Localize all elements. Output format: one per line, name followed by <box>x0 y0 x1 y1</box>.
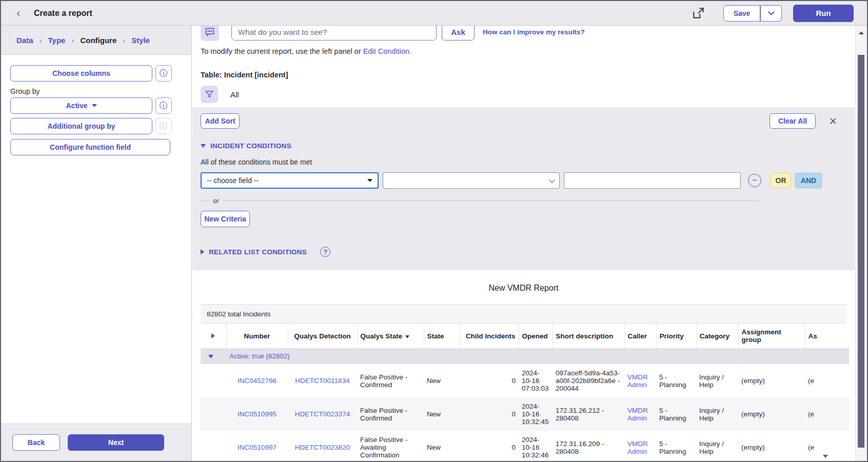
modify-hint: To modify the current report, use the le… <box>201 47 855 55</box>
operator-select[interactable] <box>383 172 560 189</box>
table-header-row: Number Qualys Detection Qualys State Sta… <box>201 324 849 348</box>
scrollbar-thumb[interactable] <box>858 55 864 448</box>
detection-link[interactable]: HDETCT0023374 <box>295 410 350 418</box>
chevron-down-icon <box>549 177 555 183</box>
scroll-down-icon[interactable] <box>823 455 828 458</box>
state-cell: New <box>424 364 460 397</box>
assignment-group-cell: (empty) <box>738 364 805 397</box>
assignment-group-cell: (empty) <box>738 431 805 461</box>
col-opened[interactable]: Opened <box>519 324 553 348</box>
table-row[interactable]: INC0510995 HDETCT0023374 False Positive … <box>201 397 849 431</box>
next-button[interactable]: Next <box>68 434 164 451</box>
close-icon[interactable]: ✕ <box>829 115 837 127</box>
ask-input[interactable] <box>231 26 437 41</box>
assigned-to-cell: (e <box>805 364 849 397</box>
caller-link[interactable]: VMDR Admin <box>627 373 648 389</box>
group-by-info-icon[interactable]: ⓘ <box>155 97 172 114</box>
breadcrumb-step-data[interactable]: Data <box>16 36 33 45</box>
group-row[interactable]: Active: true (82802) <box>201 348 849 364</box>
run-button[interactable]: Run <box>793 5 854 22</box>
incident-number-link[interactable]: INC0452796 <box>238 377 277 385</box>
assigned-to-cell: (e <box>805 397 849 431</box>
group-row-label[interactable]: Active: true (82802) <box>229 352 290 360</box>
related-list-conditions-label: RELATED LIST CONDITIONS <box>209 248 307 256</box>
save-dropdown-button[interactable] <box>760 5 782 22</box>
expand-all-icon[interactable] <box>211 333 215 338</box>
incident-conditions-header[interactable]: INCIDENT CONDITIONS <box>201 142 846 150</box>
filter-icon[interactable] <box>201 86 218 103</box>
opened-cell: 2024-10-16 10:32:46 <box>519 431 553 461</box>
incident-number-link[interactable]: INC0510995 <box>238 410 277 418</box>
breadcrumb-step-configure[interactable]: Configure <box>80 36 116 45</box>
sort-descending-icon <box>405 335 409 338</box>
breadcrumb-step-type[interactable]: Type <box>48 36 66 45</box>
group-by-dropdown[interactable]: Active <box>10 97 152 114</box>
related-list-conditions-header[interactable]: RELATED LIST CONDITIONS <box>201 248 307 256</box>
detection-link[interactable]: HDETCT0023820 <box>295 444 350 451</box>
group-collapse-icon[interactable] <box>208 355 213 358</box>
condition-row: -- choose field -- − OR AND <box>201 172 846 189</box>
col-assigned-to[interactable]: As <box>805 324 849 348</box>
category-cell: Inquiry / Help <box>696 397 738 431</box>
additional-group-by-button[interactable]: Additional group by <box>10 118 152 134</box>
child-incidents-cell: 0 <box>460 364 519 397</box>
col-category[interactable]: Category <box>696 324 738 348</box>
clear-all-button[interactable]: Clear All <box>770 113 816 129</box>
col-qualys-detection[interactable]: Qualys Detection <box>288 324 357 348</box>
col-qualys-state[interactable]: Qualys State <box>357 324 424 348</box>
expand-triangle-icon <box>201 249 204 254</box>
ask-bar: Ask How can I improve my results? <box>201 26 855 41</box>
caller-link[interactable]: VMDR Admin <box>627 407 648 422</box>
col-assignment-group[interactable]: Assignment group <box>738 324 805 348</box>
or-button[interactable]: OR <box>771 173 791 188</box>
child-incidents-cell: 0 <box>460 397 519 431</box>
add-sort-button[interactable]: Add Sort <box>201 113 240 129</box>
sidebar-footer: Back Next <box>1 424 191 461</box>
col-number[interactable]: Number <box>226 324 288 348</box>
new-criteria-button[interactable]: New Criteria <box>201 211 250 227</box>
breadcrumb-separator-icon: › <box>71 36 74 45</box>
breadcrumb-step-style[interactable]: Style <box>131 36 150 45</box>
scrollbar-up-icon[interactable] <box>859 31 864 34</box>
improve-results-link[interactable]: How can I improve my results? <box>483 28 585 36</box>
vertical-scrollbar[interactable] <box>855 26 867 461</box>
state-cell: New <box>424 431 460 461</box>
table-row[interactable]: INC0452796 HDETCT0011834 False Positive … <box>201 364 849 397</box>
help-icon[interactable]: ? <box>320 247 330 257</box>
top-bar: ‹ Create a report Save Run <box>1 1 867 26</box>
share-icon[interactable] <box>692 7 705 20</box>
choose-columns-button[interactable]: Choose columns <box>10 65 152 82</box>
col-state[interactable]: State <box>424 324 460 348</box>
configure-function-field-button[interactable]: Configure function field <box>10 139 170 155</box>
main-content: Ask How can I improve my results? To mod… <box>192 26 855 461</box>
col-child-incidents[interactable]: Child Incidents <box>460 324 519 348</box>
col-caller[interactable]: Caller <box>624 324 656 348</box>
choose-columns-info-icon[interactable]: ⓘ <box>155 65 172 82</box>
incident-number-link[interactable]: INC0510997 <box>238 444 277 451</box>
ask-button[interactable]: Ask <box>442 26 475 41</box>
run-label: Run <box>816 9 831 17</box>
sidebar: Data › Type › Configure › Style Choose c… <box>1 26 192 461</box>
condition-value-input[interactable] <box>564 172 741 189</box>
add-sort-label: Add Sort <box>205 117 235 125</box>
table-row[interactable]: INC0510997 HDETCT0023820 False Positive … <box>201 431 849 461</box>
col-short-description[interactable]: Short description <box>553 324 624 348</box>
detection-link[interactable]: HDETCT0011834 <box>295 377 349 385</box>
qualys-state-cell: False Positive - Awaiting Confirmation <box>357 431 424 461</box>
save-button[interactable]: Save <box>723 5 760 22</box>
back-chevron-icon[interactable]: ‹ <box>8 7 29 20</box>
field-select[interactable]: -- choose field -- <box>201 172 379 189</box>
edit-condition-link[interactable]: Edit Condition. <box>363 47 411 55</box>
qualys-state-cell: False Positive - Confirmed <box>357 364 424 397</box>
col-priority[interactable]: Priority <box>656 324 696 348</box>
minus-circle-icon[interactable]: − <box>748 174 761 187</box>
and-button[interactable]: AND <box>795 173 822 188</box>
qualys-state-cell: False Positive - Confirmed <box>357 397 424 431</box>
opened-cell: 2024-10-16 10:32:45 <box>519 397 553 431</box>
back-label: Back <box>28 438 45 447</box>
group-by-value: Active <box>66 102 87 110</box>
caller-link[interactable]: VMDR Admin <box>627 440 648 455</box>
modify-hint-text: To modify the current report, use the le… <box>201 47 361 55</box>
back-button[interactable]: Back <box>12 434 60 451</box>
clear-all-label: Clear All <box>778 117 807 125</box>
